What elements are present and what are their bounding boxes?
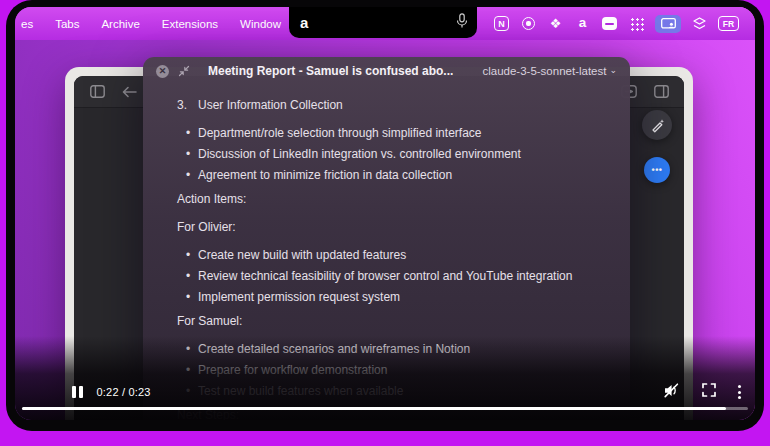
sidebar-toggle-icon[interactable]	[88, 83, 106, 101]
chevron-down-icon: ⌄	[609, 65, 617, 75]
video-player[interactable]: es Tabs Archive Extensions Window Help N…	[6, 0, 764, 431]
display-person-glyph	[661, 18, 676, 30]
report-content: 3. User Information Collection Departmen…	[143, 85, 630, 420]
fullscreen-icon[interactable]	[702, 383, 716, 401]
claude-icon[interactable]: a	[574, 14, 591, 31]
menu-item-tabs[interactable]: Tabs	[55, 18, 79, 30]
section-heading: For Samuel:	[177, 311, 610, 332]
menu-items: es Tabs Archive Extensions Window Help	[15, 18, 327, 30]
close-icon[interactable]: ✕	[156, 65, 169, 78]
record-icon[interactable]	[520, 15, 537, 32]
list-item: Department/role selection through simpli…	[177, 123, 610, 144]
section-heading: Action Items:	[177, 189, 610, 210]
layers-icon[interactable]	[691, 15, 708, 32]
microphone-icon[interactable]	[456, 13, 468, 33]
list-item: Create detailed scenarios and wireframes…	[177, 339, 610, 360]
list-item: Prepare for workflow demonstration	[177, 360, 610, 381]
time-display: 0:22 / 0:23	[97, 386, 151, 398]
panel-title: Meeting Report - Samuel is confused abo.…	[208, 64, 453, 78]
menu-item-extensions[interactable]: Extensions	[162, 18, 218, 30]
progress-bar[interactable]	[22, 407, 748, 411]
section-heading: For Olivier:	[177, 217, 610, 238]
model-name: claude-3-5-sonnet-latest	[482, 65, 606, 77]
list-item: Implement permission request system	[177, 287, 610, 308]
notch-search-widget[interactable]: a	[289, 7, 477, 38]
dots-grid-icon[interactable]	[628, 15, 645, 32]
panel-header: ✕ Meeting Report - Samuel is confused ab…	[143, 57, 630, 85]
screen-share-icon[interactable]	[655, 15, 681, 33]
menu-item-archive[interactable]: Archive	[101, 18, 139, 30]
menu-item-window[interactable]: Window	[240, 18, 281, 30]
menu-item-spaces[interactable]: es	[21, 18, 33, 30]
progress-fill	[22, 407, 726, 411]
input-source-switcher[interactable]: FR	[718, 16, 739, 31]
model-selector[interactable]: claude-3-5-sonnet-latest ⌄	[482, 65, 617, 77]
status-icons: N ❖ a	[493, 15, 755, 33]
video-controls: 0:22 / 0:23	[15, 381, 755, 403]
notion-icon[interactable]: N	[493, 15, 510, 32]
mute-icon[interactable]	[663, 383, 680, 402]
more-options-icon[interactable]	[738, 385, 741, 399]
chat-dots-button[interactable]: •••	[644, 157, 670, 183]
magic-wand-button[interactable]	[642, 110, 672, 140]
bullet-list: Department/role selection through simpli…	[177, 123, 610, 186]
list-item: Review technical feasibility of browser …	[177, 266, 610, 287]
back-arrow-icon[interactable]	[120, 83, 138, 101]
numbered-item: 3. User Information Collection	[177, 95, 610, 116]
right-sidebar-toggle-icon[interactable]	[652, 83, 670, 101]
list-item: Create new build with updated features	[177, 245, 610, 266]
item-text: User Information Collection	[198, 95, 343, 116]
bullet-list: Create new build with updated features R…	[177, 245, 610, 308]
assistant-logo: a	[300, 14, 308, 31]
collapse-icon[interactable]	[178, 65, 190, 77]
wand-icon	[650, 118, 665, 133]
item-number: 3.	[177, 95, 198, 116]
dropbox-icon[interactable]: ❖	[547, 15, 564, 32]
pause-button[interactable]	[72, 386, 83, 398]
assistant-panel: ✕ Meeting Report - Samuel is confused ab…	[143, 57, 630, 420]
card-icon[interactable]	[601, 15, 618, 32]
video-content[interactable]: es Tabs Archive Extensions Window Help N…	[15, 7, 755, 420]
list-item: Discussion of LinkedIn integration vs. c…	[177, 144, 610, 165]
list-item: Agreement to minimize friction in data c…	[177, 165, 610, 186]
